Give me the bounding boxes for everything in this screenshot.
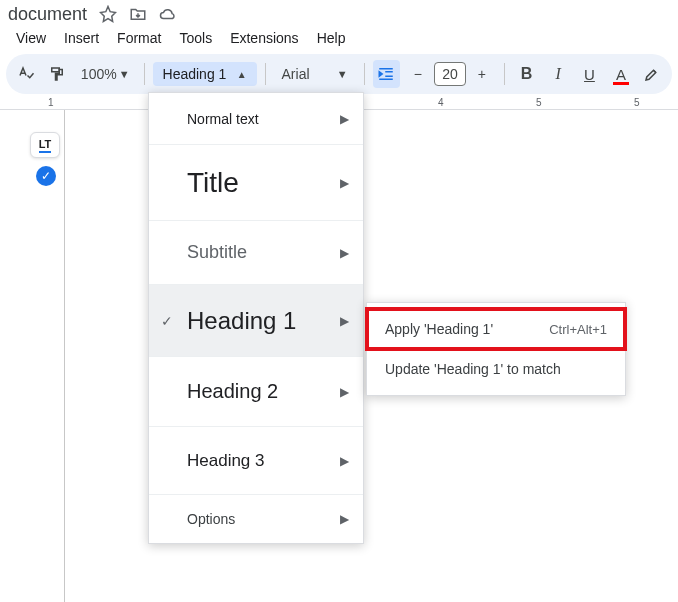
toolbar: 100% ▼ Heading 1 ▲ Arial ▼ − + B I U A: [6, 54, 672, 94]
submenu-arrow-icon: ▶: [340, 112, 349, 126]
chevron-down-icon: ▼: [337, 68, 348, 80]
separator: [364, 63, 365, 85]
document-title[interactable]: document: [8, 4, 87, 25]
menu-view[interactable]: View: [8, 27, 54, 49]
style-option-label: Heading 3: [187, 451, 265, 471]
style-option-label: Heading 1: [187, 307, 296, 335]
font-size-group: − +: [404, 60, 496, 88]
style-selector-label: Heading 1: [163, 66, 227, 82]
ruler-tick: 5: [536, 97, 542, 108]
zoom-value: 100%: [81, 66, 117, 82]
style-option-label: Options: [187, 511, 235, 527]
menu-extensions[interactable]: Extensions: [222, 27, 306, 49]
menubar: View Insert Format Tools Extensions Help: [0, 26, 678, 52]
move-to-folder-icon[interactable]: [129, 5, 147, 23]
decrease-fontsize-button[interactable]: −: [404, 60, 432, 88]
bold-button[interactable]: B: [513, 60, 540, 88]
chevron-up-icon: ▲: [237, 69, 247, 80]
menu-help[interactable]: Help: [309, 27, 354, 49]
italic-button[interactable]: I: [544, 60, 571, 88]
ruler-tick: 1: [48, 97, 54, 108]
left-margin: LT ✓: [0, 110, 64, 602]
submenu-arrow-icon: ▶: [340, 176, 349, 190]
zoom-selector[interactable]: 100% ▼: [75, 66, 136, 82]
font-size-input[interactable]: [434, 62, 466, 86]
underline-button[interactable]: U: [576, 60, 603, 88]
submenu-arrow-icon: ▶: [340, 512, 349, 526]
paragraph-styles-menu: Normal text▶Title▶Subtitle▶✓Heading 1▶He…: [148, 92, 364, 544]
increase-fontsize-button[interactable]: +: [468, 60, 496, 88]
highlight-color-icon[interactable]: [639, 60, 666, 88]
star-icon[interactable]: [99, 5, 117, 23]
update-heading1-item[interactable]: Update 'Heading 1' to match: [367, 349, 625, 389]
heading1-submenu: Apply 'Heading 1' Ctrl+Alt+1 Update 'Hea…: [366, 302, 626, 396]
spellcheck-icon[interactable]: [12, 60, 39, 88]
apply-heading-label: Apply 'Heading 1': [385, 321, 493, 337]
apply-heading1-item[interactable]: Apply 'Heading 1' Ctrl+Alt+1: [367, 309, 625, 349]
style-option-label: Normal text: [187, 111, 259, 127]
style-option-normal-text[interactable]: Normal text▶: [149, 93, 363, 145]
ruler-tick: 4: [438, 97, 444, 108]
submenu-arrow-icon: ▶: [340, 454, 349, 468]
style-option-options[interactable]: Options▶: [149, 495, 363, 543]
separator: [504, 63, 505, 85]
cloud-status-icon[interactable]: [159, 5, 177, 23]
style-option-label: Title: [187, 167, 239, 199]
separator: [144, 63, 145, 85]
check-badge-icon[interactable]: ✓: [36, 166, 56, 186]
text-color-swatch: [613, 82, 628, 85]
paint-format-icon[interactable]: [43, 60, 70, 88]
style-option-label: Subtitle: [187, 242, 247, 263]
submenu-arrow-icon: ▶: [340, 246, 349, 260]
ruler-tick: 5: [634, 97, 640, 108]
style-option-heading-3[interactable]: Heading 3▶: [149, 427, 363, 495]
text-color-button[interactable]: A: [607, 60, 634, 88]
submenu-arrow-icon: ▶: [340, 385, 349, 399]
chevron-down-icon: ▼: [119, 68, 130, 80]
decrease-indent-icon[interactable]: [373, 60, 400, 88]
style-option-heading-2[interactable]: Heading 2▶: [149, 357, 363, 427]
menu-format[interactable]: Format: [109, 27, 169, 49]
languagetool-badge[interactable]: LT: [30, 132, 60, 158]
font-selector[interactable]: Arial ▼: [274, 62, 356, 86]
paragraph-style-selector[interactable]: Heading 1 ▲: [153, 62, 257, 86]
checkmark-icon: ✓: [161, 313, 173, 329]
separator: [265, 63, 266, 85]
style-option-title[interactable]: Title▶: [149, 145, 363, 221]
menu-tools[interactable]: Tools: [171, 27, 220, 49]
languagetool-label: LT: [39, 138, 52, 153]
titlebar: document: [0, 0, 678, 26]
style-option-label: Heading 2: [187, 380, 278, 403]
apply-heading-shortcut: Ctrl+Alt+1: [549, 322, 607, 337]
submenu-arrow-icon: ▶: [340, 314, 349, 328]
menu-insert[interactable]: Insert: [56, 27, 107, 49]
font-selector-label: Arial: [282, 66, 310, 82]
style-option-heading-1[interactable]: ✓Heading 1▶: [149, 285, 363, 357]
update-heading-label: Update 'Heading 1' to match: [385, 361, 561, 377]
style-option-subtitle[interactable]: Subtitle▶: [149, 221, 363, 285]
